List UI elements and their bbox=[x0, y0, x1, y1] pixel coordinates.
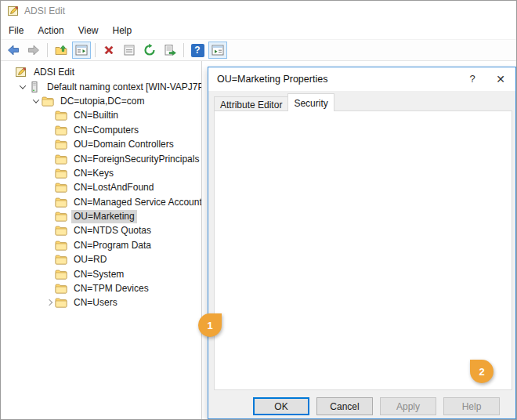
tree-item-label: CN=Keys bbox=[71, 166, 116, 179]
security-tab-page bbox=[214, 110, 512, 390]
tab-strip: Attribute Editor Security bbox=[214, 93, 334, 111]
tree-item-ou-domain-controllers[interactable]: OU=Domain Controllers bbox=[0, 137, 201, 151]
chevron-right-icon[interactable] bbox=[44, 300, 55, 305]
delete-button[interactable] bbox=[99, 42, 118, 59]
delete-x-icon bbox=[102, 43, 116, 57]
toolbar-separator bbox=[95, 43, 96, 57]
toolbar-separator bbox=[47, 43, 48, 57]
tree-item-cn-computers[interactable]: CN=Computers bbox=[0, 123, 201, 137]
tree-item-label: CN=ForeignSecurityPrincipals bbox=[71, 152, 201, 165]
tree-item-label: CN=NTDS Quotas bbox=[71, 224, 154, 237]
dialog-title: OU=Marketing Properties bbox=[217, 74, 327, 85]
folder-icon bbox=[55, 296, 67, 309]
tree-item-cn-ntds-quotas[interactable]: CN=NTDS Quotas bbox=[0, 223, 201, 237]
folder-icon bbox=[55, 181, 67, 194]
forward-arrow-icon bbox=[27, 43, 41, 57]
chevron-down-icon[interactable] bbox=[31, 99, 42, 103]
tree-item-label: CN=System bbox=[71, 267, 126, 281]
tree-item-adsi-edit[interactable]: ADSI Edit bbox=[0, 65, 201, 79]
tab-security[interactable]: Security bbox=[287, 93, 334, 111]
menu-help[interactable]: Help bbox=[106, 23, 139, 38]
forward-button[interactable] bbox=[24, 42, 43, 59]
menu-file[interactable]: File bbox=[2, 23, 31, 38]
folder-icon bbox=[55, 239, 67, 252]
show-console-tree-button[interactable] bbox=[72, 42, 91, 59]
tab-attribute-editor[interactable]: Attribute Editor bbox=[214, 96, 288, 111]
help-button[interactable]: ? bbox=[188, 42, 207, 59]
help-icon: ? bbox=[191, 44, 204, 57]
folder-icon bbox=[55, 124, 67, 136]
tree-item-cn-users[interactable]: CN=Users bbox=[0, 295, 201, 310]
tree-item-cn-builtin[interactable]: CN=Builtin bbox=[0, 108, 201, 122]
callout-badge-2: 2 bbox=[470, 360, 494, 383]
apply-button: Apply bbox=[380, 397, 436, 415]
refresh-button[interactable] bbox=[140, 42, 159, 59]
menu-bar: File Action View Help bbox=[0, 22, 517, 40]
tree-item-label: CN=TPM Devices bbox=[71, 282, 151, 295]
action-pane-icon bbox=[211, 43, 225, 57]
refresh-icon bbox=[143, 43, 157, 57]
console-tree-pane: ADSI Edit Default naming context [WIN-VA… bbox=[0, 61, 202, 420]
properties-button[interactable] bbox=[120, 42, 139, 59]
dialog-close-icon[interactable]: ✕ bbox=[489, 67, 512, 90]
folder-icon bbox=[55, 282, 67, 295]
tree-item-cn-program-data[interactable]: CN=Program Data bbox=[0, 238, 201, 252]
tree-item-label: CN=Managed Service Accounts bbox=[71, 195, 202, 208]
folder-up-icon bbox=[54, 43, 68, 57]
server-icon bbox=[28, 81, 41, 93]
window-title: ADSI Edit bbox=[24, 5, 65, 16]
folder-icon bbox=[55, 210, 67, 223]
tree-item-ou-rd[interactable]: OU=RD bbox=[0, 252, 201, 266]
properties-dialog: OU=Marketing Properties ? ✕ Attribute Ed… bbox=[208, 67, 516, 419]
adsi-edit-icon bbox=[15, 66, 27, 78]
properties-icon bbox=[122, 43, 136, 57]
tree-item-label: CN=Builtin bbox=[71, 109, 121, 122]
tree-item-label: DC=utopia,DC=com bbox=[58, 94, 146, 107]
tree-item-label: Default naming context [WIN-VAPJ7PUJU bbox=[45, 80, 202, 93]
adsi-edit-app-icon bbox=[7, 5, 20, 17]
tree-item-cn-tpm-devices[interactable]: CN=TPM Devices bbox=[0, 281, 201, 295]
toolbar-separator bbox=[183, 43, 184, 57]
folder-icon bbox=[55, 196, 67, 208]
show-action-pane-button[interactable] bbox=[208, 42, 227, 59]
tree-item-cn-keys[interactable]: CN=Keys bbox=[0, 166, 201, 180]
menu-action[interactable]: Action bbox=[31, 23, 70, 38]
tree-item-cn-managed-service-accounts[interactable]: CN=Managed Service Accounts bbox=[0, 195, 201, 209]
window-titlebar: ADSI Edit bbox=[0, 0, 517, 22]
export-list-button[interactable] bbox=[161, 42, 179, 59]
tree-item-label: OU=RD bbox=[71, 253, 109, 266]
back-button[interactable] bbox=[4, 42, 23, 59]
callout-badge-1: 1 bbox=[198, 313, 222, 337]
tree-item-cn-foreignsecurityprincipals[interactable]: CN=ForeignSecurityPrincipals bbox=[0, 151, 201, 165]
tree-item-cn-lostandfound[interactable]: CN=LostAndFound bbox=[0, 180, 201, 194]
up-one-level-button[interactable] bbox=[52, 42, 70, 59]
folder-icon bbox=[55, 268, 67, 281]
folder-icon bbox=[55, 167, 67, 179]
tree-item-label: OU=Marketing bbox=[71, 210, 137, 223]
tree-item-cn-system[interactable]: CN=System bbox=[0, 266, 201, 281]
tree-item-label: CN=LostAndFound bbox=[71, 181, 156, 194]
dialog-help-icon[interactable]: ? bbox=[461, 67, 484, 90]
tree-item-label: CN=Computers bbox=[71, 123, 141, 136]
back-arrow-icon bbox=[6, 43, 20, 57]
tree-item-label: OU=Domain Controllers bbox=[71, 138, 176, 151]
help-button: Help bbox=[443, 397, 500, 415]
menu-view[interactable]: View bbox=[71, 23, 106, 38]
folder-icon bbox=[55, 253, 67, 266]
chevron-down-icon[interactable] bbox=[17, 85, 28, 89]
folder-icon bbox=[55, 109, 67, 121]
folder-icon bbox=[55, 224, 67, 237]
console-tree-icon bbox=[74, 43, 89, 57]
folder-icon bbox=[55, 138, 67, 150]
folder-icon bbox=[55, 153, 67, 165]
dialog-titlebar: OU=Marketing Properties ? ✕ bbox=[208, 67, 515, 91]
ok-button[interactable]: OK bbox=[253, 397, 309, 415]
dialog-button-row: OK Cancel Apply Help bbox=[253, 397, 500, 415]
cancel-button[interactable]: Cancel bbox=[316, 397, 373, 415]
tree-item-label: CN=Users bbox=[71, 296, 120, 310]
tree-item-dc-utopia[interactable]: DC=utopia,DC=com bbox=[0, 94, 201, 108]
tree-item-default-naming-context[interactable]: Default naming context [WIN-VAPJ7PUJU bbox=[0, 79, 201, 93]
tree-item-ou-marketing[interactable]: OU=Marketing bbox=[0, 209, 201, 223]
export-list-icon bbox=[163, 43, 177, 57]
tree-item-label: ADSI Edit bbox=[31, 66, 77, 79]
